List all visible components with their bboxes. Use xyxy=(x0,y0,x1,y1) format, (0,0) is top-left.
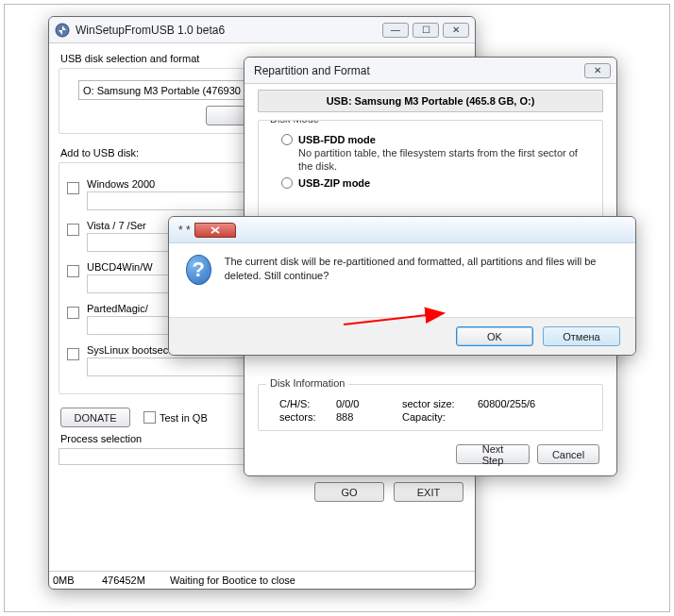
question-icon: ? xyxy=(186,255,211,285)
sectorsize-value: 60800/255/6 xyxy=(478,398,572,409)
checkbox[interactable] xyxy=(67,265,79,277)
confirm-dialog: * * ? The current disk will be re-partit… xyxy=(168,216,636,356)
main-title: WinSetupFromUSB 1.0 beta6 xyxy=(76,24,225,37)
close-button[interactable]: ✕ xyxy=(443,23,469,38)
chs-label: C/H/S: xyxy=(279,398,336,409)
status-size: 0MB xyxy=(53,574,91,586)
donate-button[interactable]: DONATE xyxy=(60,408,130,427)
minimize-button[interactable]: ― xyxy=(382,23,409,38)
repart-titlebar[interactable]: Repartition and Format ✕ xyxy=(244,58,616,84)
status-total: 476452M xyxy=(102,574,159,586)
checkbox[interactable] xyxy=(67,224,79,236)
disk-mode-legend: Disk Mode xyxy=(266,120,323,125)
app-icon xyxy=(55,23,70,38)
dialog-message: The current disk will be re-partitioned … xyxy=(225,255,618,317)
usb-disk-selected: O: Samsung M3 Portable (476930 xyxy=(83,85,241,96)
usb-banner: USB: Samsung M3 Portable (465.8 GB, O:) xyxy=(258,90,603,112)
radio-usb-zip[interactable] xyxy=(281,177,293,189)
test-qemu-label: Test in QB xyxy=(160,412,208,424)
dialog-title: * * xyxy=(178,224,191,237)
maximize-button[interactable]: ☐ xyxy=(413,23,439,38)
exit-button[interactable]: EXIT xyxy=(394,482,463,502)
chs-value: 0/0/0 xyxy=(336,398,402,409)
close-button[interactable] xyxy=(194,223,236,238)
cancel-button[interactable]: Отмена xyxy=(543,326,620,346)
checkbox[interactable] xyxy=(67,182,79,194)
capacity-label: Capacity: xyxy=(402,411,478,423)
sectors-value: 888 xyxy=(336,411,402,423)
sectorsize-label: sector size: xyxy=(402,398,478,409)
test-qemu-checkbox[interactable] xyxy=(143,411,156,424)
mode-desc: No partition table, the filesystem start… xyxy=(298,147,595,174)
status-text: Waiting for Bootice to close xyxy=(170,574,295,586)
main-titlebar[interactable]: WinSetupFromUSB 1.0 beta6 ― ☐ ✕ xyxy=(49,17,475,43)
capacity-value xyxy=(478,411,572,423)
repart-title: Repartition and Format xyxy=(254,64,370,77)
checkbox[interactable] xyxy=(67,307,79,319)
close-button[interactable]: ✕ xyxy=(584,63,611,78)
checkbox[interactable] xyxy=(67,348,79,360)
cancel-button[interactable]: Cancel xyxy=(537,444,599,464)
next-step-button[interactable]: Next Step xyxy=(456,444,530,464)
dialog-titlebar[interactable]: * * xyxy=(169,217,635,243)
mode-label: USB-FDD mode xyxy=(298,134,376,145)
go-button[interactable]: GO xyxy=(314,482,384,502)
sectors-label: sectors: xyxy=(279,411,336,423)
disk-info-legend: Disk Information xyxy=(266,377,348,389)
mode-label: USB-ZIP mode xyxy=(298,177,370,189)
radio-usb-fdd[interactable] xyxy=(281,134,293,145)
status-bar: 0MB 476452M Waiting for Bootice to close xyxy=(49,571,475,589)
ok-button[interactable]: OK xyxy=(456,326,533,346)
